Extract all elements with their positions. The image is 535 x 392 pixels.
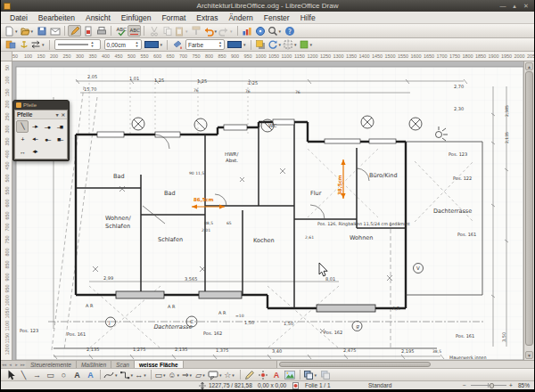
last-layer-icon[interactable]: ▸▸	[20, 361, 26, 368]
pfeile-dropdown-icon[interactable]: ▾	[56, 112, 59, 118]
prev-layer-icon[interactable]: ◂	[7, 361, 13, 368]
flowchart-tool-icon[interactable]: ▱▾	[194, 369, 208, 380]
horizontal-scrollbar[interactable]	[276, 361, 534, 368]
pfeile-title-bar[interactable]: Pfeile	[13, 101, 69, 110]
rotate-icon[interactable]: ▾	[268, 39, 284, 51]
line-style-select[interactable]: ▲▼	[54, 39, 101, 50]
menu-ansicht[interactable]: Ansicht	[80, 12, 116, 23]
edit-file-icon[interactable]	[68, 25, 81, 37]
menu-fenster[interactable]: Fenster	[259, 12, 295, 23]
pfeile-tool-line-starts-with-arrow-icon[interactable]: ◂–	[29, 133, 41, 145]
scroll-down-icon[interactable]: ▼	[525, 351, 533, 359]
styles-icon[interactable]	[4, 39, 17, 51]
help-icon[interactable]: ?	[283, 25, 296, 37]
ellipse-tool-icon[interactable]: ○	[57, 369, 70, 380]
rectangle-tool-icon[interactable]: ▭	[44, 369, 57, 380]
print-icon[interactable]	[95, 25, 108, 37]
auto-spellcheck-icon[interactable]: ABC	[128, 25, 141, 37]
zoom-in-icon[interactable]: +	[509, 382, 513, 388]
zoom-slider[interactable]	[471, 385, 506, 386]
new-document-icon[interactable]: ▾	[4, 25, 20, 37]
line-color-picker[interactable]: ▾	[144, 39, 165, 51]
pfeile-tool-line-with-arrow-square-icon[interactable]: –■	[54, 120, 66, 133]
arrow-style-icon[interactable]: ▾	[30, 39, 46, 51]
pfeile-tool-line-with-arrow-circle-icon[interactable]: –●	[41, 120, 54, 133]
layer-tab-ma-linien[interactable]: Maßlinien	[77, 361, 111, 368]
navigator-icon[interactable]	[254, 25, 268, 37]
effects-icon[interactable]: ▾	[299, 39, 315, 51]
fill-color-picker[interactable]: ▾	[226, 39, 248, 51]
anchor-icon[interactable]	[17, 39, 30, 51]
menu-format[interactable]: Format	[156, 12, 191, 23]
open-icon[interactable]: ▾	[20, 25, 36, 37]
pfeile-tool-line-ends-with-arrow-icon[interactable]: –▸	[29, 120, 41, 133]
connector-tool-icon[interactable]: ▾	[119, 369, 136, 380]
maximize-button[interactable]: ▴	[511, 3, 518, 10]
pfeile-tool-dimension-line-icon[interactable]: ↔	[16, 145, 29, 158]
pfeile-close-icon[interactable]: ✕	[61, 112, 65, 118]
area-style-select[interactable]: Farbe▲▼	[185, 39, 225, 50]
glue-points-tool-icon[interactable]	[257, 369, 270, 380]
page-style-indicator[interactable]: Standard	[368, 382, 391, 388]
horizontal-ruler[interactable]: 5010015020025030035040045050055060065070…	[1, 52, 534, 61]
symbol-shapes-tool-icon[interactable]: ☺▾	[168, 369, 181, 380]
chart-icon[interactable]	[241, 25, 254, 37]
textbox-tool-icon[interactable]: A	[70, 369, 84, 380]
pfeile-palette[interactable]: Pfeile Pfeile ▾ ✕ ╲–▸–●–■+◂–●–■–↔◂▸	[12, 100, 70, 161]
menu-hilfe[interactable]: Hilfe	[295, 12, 321, 23]
zoom-tool-icon[interactable]: ▾	[268, 25, 284, 37]
first-layer-icon[interactable]: ◂◂	[1, 361, 7, 368]
shadow-icon[interactable]	[254, 39, 268, 51]
save-icon[interactable]	[35, 25, 48, 37]
layer-tab-steuerelemente[interactable]: Steuerelemente	[26, 361, 77, 368]
title-bar[interactable]: ArchitekturLibreOffice.odg - LibreOffice…	[1, 0, 534, 12]
vertical-ruler[interactable]: 5010015020025030035040045050055060065070…	[1, 61, 12, 360]
menu-bearbeiten[interactable]: Bearbeiten	[33, 12, 80, 23]
block-arrows-tool-icon[interactable]: ⇒▾	[181, 369, 194, 380]
pfeile-tool-line-with-arrows-icon[interactable]: ◂▸	[29, 145, 41, 158]
lines-arrows-tool-icon[interactable]: ↔▾	[135, 369, 148, 380]
minimize-button[interactable]: —	[499, 3, 506, 10]
pfeile-tool-line-icon[interactable]: ╲	[16, 120, 29, 133]
helplines-icon[interactable]: ▾	[283, 39, 299, 51]
insert-image-tool-icon[interactable]	[284, 369, 297, 380]
next-layer-icon[interactable]: ▸	[13, 361, 20, 368]
callouts-tool-icon[interactable]: ▾	[208, 369, 224, 380]
arrange-tool-icon[interactable]: ▾	[303, 369, 319, 380]
line-width-input[interactable]: 0,00cm▲▼	[104, 39, 142, 50]
undo-icon[interactable]: ▾	[203, 25, 219, 37]
vertical-scrollbar-thumb[interactable]	[525, 71, 533, 346]
pfeile-tool-line-with-square-arrow-icon[interactable]: ■–	[54, 133, 66, 145]
pfeile-tool-line-with-circle-arrow-icon[interactable]: ●–	[41, 133, 54, 145]
menu-extras[interactable]: Extras	[191, 12, 223, 23]
zoom-out-icon[interactable]: −	[463, 382, 466, 388]
arrow-tool-icon[interactable]: →	[30, 369, 44, 380]
drawing-canvas[interactable]: BadWohnen/SchlafenBadSchlafenHWR/Abst.WC…	[12, 61, 523, 360]
spellcheck-icon[interactable]: ABC	[114, 25, 128, 37]
vertical-scrollbar[interactable]: ▲ ▼	[523, 61, 534, 360]
email-icon[interactable]	[48, 25, 62, 37]
horizontal-scrollbar-thumb[interactable]	[279, 362, 431, 367]
close-button[interactable]: ✕	[523, 3, 530, 10]
layer-tab-weisse-fl-che[interactable]: weisse Fläche	[135, 361, 184, 368]
menu-einfgen[interactable]: Einfügen	[116, 12, 157, 23]
layer-tab-scan[interactable]: Scan	[111, 361, 135, 368]
menu-ndern[interactable]: Ändern	[223, 12, 258, 23]
unsaved-changes-indicator[interactable]	[292, 382, 299, 389]
zoom-slider-thumb[interactable]	[490, 383, 494, 388]
stars-tool-icon[interactable]: ☆▾	[224, 369, 237, 380]
menu-datei[interactable]: Datei	[4, 12, 33, 23]
edit-points-tool-icon[interactable]	[243, 369, 257, 380]
pfeile-tool-line-45-degrees-icon[interactable]: +	[16, 133, 29, 145]
fontwork-tool-icon[interactable]: A	[84, 369, 97, 380]
basic-shapes-tool-icon[interactable]: ▭▾	[154, 369, 168, 380]
scroll-up-icon[interactable]: ▲	[525, 62, 533, 70]
slide-indicator[interactable]: Folie 1 / 1	[305, 382, 331, 388]
curve-tool-icon[interactable]: ▾	[103, 369, 119, 380]
zoom-percent-value[interactable]: 85%	[518, 382, 530, 388]
fontwork-gallery-tool-icon[interactable]: A	[270, 369, 284, 380]
export-pdf-icon[interactable]	[81, 25, 95, 37]
select-tool-icon[interactable]	[4, 369, 17, 380]
line-tool-icon[interactable]: ╲	[17, 369, 30, 380]
area-fill-icon[interactable]	[170, 39, 184, 51]
